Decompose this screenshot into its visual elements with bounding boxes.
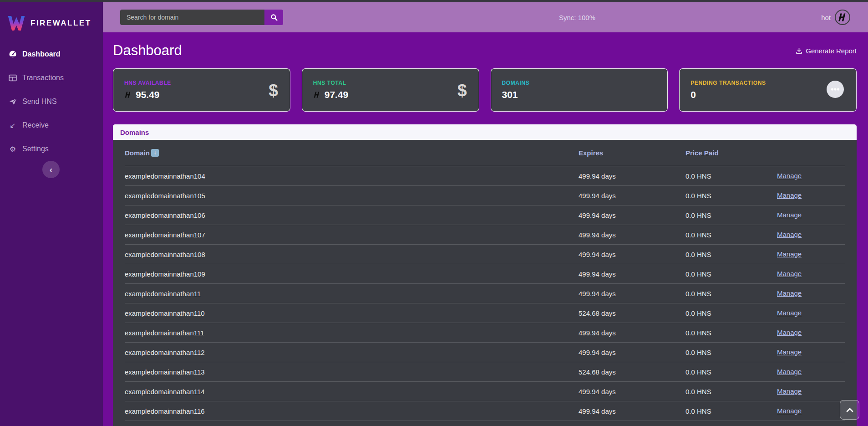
manage-link[interactable]: Manage [777, 211, 802, 219]
domain-search [120, 10, 283, 25]
sort-descending-icon: ↓ [151, 149, 159, 157]
price-paid-cell: 0.0 HNS [685, 270, 777, 278]
domain-name-cell: exampledomainnathan11 [125, 290, 579, 298]
price-paid-cell: 0.0 HNS [685, 290, 777, 298]
expires-cell: 499.94 days [579, 251, 685, 258]
expires-cell: 499.94 days [579, 407, 685, 415]
search-icon [270, 14, 278, 21]
domains-table: Domain↓ Expires Price Paid exampledomain… [113, 140, 857, 426]
card-number: 301 [502, 89, 518, 100]
manage-link[interactable]: Manage [777, 387, 802, 395]
sidebar-item-label: Dashboard [22, 50, 61, 58]
expires-cell: 499.94 days [579, 231, 685, 239]
sidebar: FIREWALLET Dashboard Tran [0, 2, 103, 426]
sidebar-item-settings[interactable]: ⚙ Settings [0, 137, 103, 161]
table-row: exampledomainnathan107 499.94 days 0.0 H… [125, 225, 845, 245]
card-label: HNS AVAILABLE [124, 80, 290, 86]
manage-link[interactable]: Manage [777, 289, 802, 297]
manage-link[interactable]: Manage [777, 328, 802, 336]
page-header: Dashboard Generate Report [103, 32, 868, 59]
dollar-sign-icon: $ [269, 82, 278, 98]
price-paid-cell: 0.0 HNS [685, 349, 777, 356]
sidebar-item-label: Transactions [22, 74, 64, 82]
price-paid-cell: 0.0 HNS [685, 388, 777, 395]
table-row: exampledomainnathan111 499.94 days 0.0 H… [125, 323, 845, 343]
domain-name-cell: exampledomainnathan113 [125, 368, 579, 376]
domain-name-cell: exampledomainnathan110 [125, 309, 579, 317]
column-label-expires: Expires [579, 149, 603, 157]
domains-table-body: exampledomainnathan104 499.94 days 0.0 H… [125, 166, 845, 426]
table-row: exampledomainnathan108 499.94 days 0.0 H… [125, 245, 845, 264]
price-paid-cell: 0.0 HNS [685, 407, 777, 415]
dashboard-gauge-icon [8, 50, 17, 58]
manage-link[interactable]: Manage [777, 172, 802, 180]
table-row: exampledomainnathan117 499.94 days 0.0 H… [125, 421, 845, 426]
card-value: 95.49 [124, 89, 290, 100]
manage-link[interactable]: Manage [777, 270, 802, 277]
manage-link[interactable]: Manage [777, 191, 802, 199]
price-paid-cell: 0.0 HNS [685, 368, 777, 376]
card-hns-total: HNS TOTAL 97.49 $ [302, 68, 479, 112]
table-row: exampledomainnathan113 524.68 days 0.0 H… [125, 362, 845, 382]
price-paid-cell: 0.0 HNS [685, 231, 777, 239]
generate-report-button[interactable]: Generate Report [796, 47, 857, 55]
domain-name-cell: exampledomainnathan114 [125, 388, 579, 395]
sidebar-item-transactions[interactable]: Transactions [0, 66, 103, 90]
domain-name-cell: exampledomainnathan108 [125, 251, 579, 258]
ellipsis-menu-button[interactable] [826, 80, 844, 100]
expires-cell: 499.94 days [579, 270, 685, 278]
card-number: 0 [690, 89, 696, 100]
manage-link[interactable]: Manage [777, 231, 802, 238]
expires-cell: 499.94 days [579, 329, 685, 337]
domain-name-cell: exampledomainnathan105 [125, 192, 579, 200]
expires-cell: 499.94 days [579, 290, 685, 298]
wallet-name: hot [821, 14, 831, 21]
expires-cell: 499.94 days [579, 388, 685, 395]
generate-report-label: Generate Report [806, 47, 857, 55]
column-sort-expires[interactable]: Expires [579, 149, 603, 157]
manage-link[interactable]: Manage [777, 309, 802, 317]
window-title-strip [0, 0, 868, 2]
manage-link[interactable]: Manage [777, 407, 802, 415]
search-button[interactable] [264, 10, 283, 25]
manage-link[interactable]: Manage [777, 368, 802, 375]
table-row: exampledomainnathan110 524.68 days 0.0 H… [125, 303, 845, 323]
manage-link[interactable]: Manage [777, 250, 802, 258]
column-sort-domain[interactable]: Domain↓ [125, 149, 159, 157]
domain-name-cell: exampledomainnathan107 [125, 231, 579, 239]
table-row: exampledomainnathan104 499.94 days 0.0 H… [125, 166, 845, 186]
stat-cards: HNS AVAILABLE 95.49 $ HNS TOTAL 97.49 [113, 68, 857, 112]
price-paid-cell: 0.0 HNS [685, 329, 777, 337]
send-paper-plane-icon [8, 98, 17, 105]
manage-link[interactable]: Manage [777, 348, 802, 356]
sidebar-item-label: Send HNS [22, 98, 57, 106]
card-domains: DOMAINS 301 [491, 68, 668, 112]
page-title: Dashboard [113, 42, 182, 59]
card-label: HNS TOTAL [313, 80, 479, 86]
sync-status: Sync: 100% [559, 14, 595, 21]
card-number: 95.49 [136, 89, 160, 100]
sidebar-item-receive[interactable]: ↙ Receive [0, 113, 103, 137]
domain-name-cell: exampledomainnathan116 [125, 407, 579, 415]
expires-cell: 524.68 days [579, 368, 685, 376]
dollar-sign-icon: $ [457, 82, 467, 98]
price-paid-cell: 0.0 HNS [685, 309, 777, 317]
hns-coin-icon [313, 91, 321, 98]
card-hns-available: HNS AVAILABLE 95.49 $ [113, 68, 290, 112]
search-input[interactable] [120, 10, 264, 25]
hns-coin-icon [124, 91, 132, 98]
scroll-to-top-button[interactable] [840, 400, 859, 420]
domains-panel-title: Domains [113, 124, 857, 140]
card-value: 301 [502, 89, 668, 100]
column-sort-price[interactable]: Price Paid [685, 149, 719, 157]
firewallet-logo-icon [8, 16, 25, 31]
expires-cell: 499.94 days [579, 172, 685, 180]
sidebar-item-send-hns[interactable]: Send HNS [0, 90, 103, 113]
price-paid-cell: 0.0 HNS [685, 251, 777, 258]
price-paid-cell: 0.0 HNS [685, 192, 777, 200]
table-row: exampledomainnathan109 499.94 days 0.0 H… [125, 264, 845, 284]
sidebar-item-dashboard[interactable]: Dashboard [0, 42, 103, 66]
table-row: exampledomainnathan11 499.94 days 0.0 HN… [125, 284, 845, 303]
table-row: exampledomainnathan116 499.94 days 0.0 H… [125, 401, 845, 421]
sidebar-collapse-button[interactable]: ‹ [42, 161, 60, 178]
